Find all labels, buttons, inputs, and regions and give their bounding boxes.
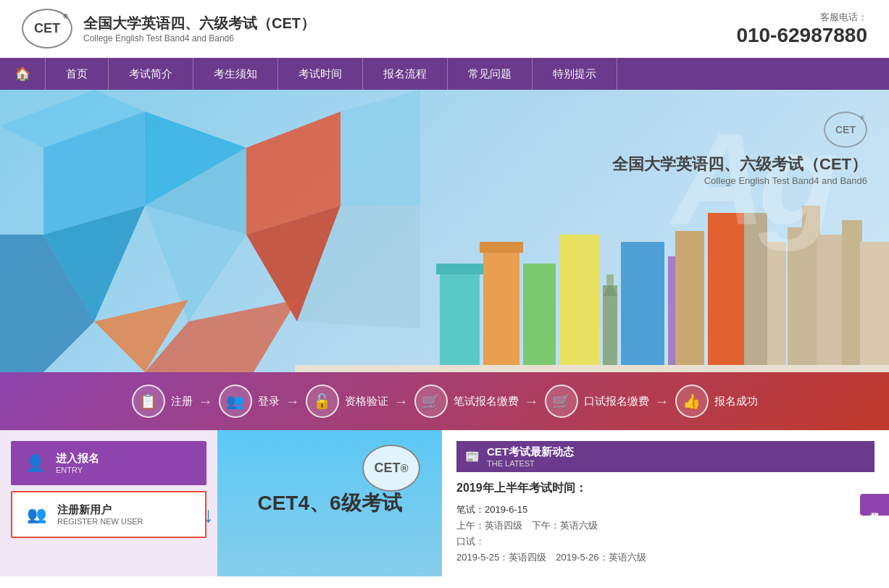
news-header: 📰 CET考试最新动态 THE LATEST [456,441,875,472]
step-oral-icon: 🛒 [545,385,578,418]
svg-rect-22 [483,249,519,372]
svg-rect-25 [559,235,599,372]
float-navigation-button[interactable]: 马上轻松导航 [860,494,889,516]
news-title: CET考试最新动态 [487,445,574,459]
nav-item-time[interactable]: 考试时间 [278,58,363,90]
step-written-label: 笔试报名缴费 [454,395,519,408]
step-success-label: 报名成功 [714,395,758,408]
step-login: 👥 登录 [219,385,280,418]
step-verify-icon: 🔓 [306,385,339,418]
news-line-1: 笔试：2019-6-15 [456,502,875,518]
svg-rect-23 [480,242,523,253]
arrow-1: → [199,393,213,410]
banner-title: 全国大学英语四、六级考试（CET） [612,154,867,175]
register-sub: REGISTER NEW USER [57,517,143,526]
step-login-icon: 👥 [219,385,252,418]
nav-item-notice[interactable]: 考生须知 [193,58,278,90]
arrow-3: → [394,393,409,410]
step-register-label: 注册 [171,395,193,408]
banner-cet-circle: CET® [824,112,867,148]
nav-item-tips[interactable]: 特别提示 [533,58,617,90]
left-panel: 👤 进入报名 ENTRY 👥 注册新用户 REGISTER NEW USER ↓ [0,430,217,576]
site-subtitle: College English Test Band4 and Band6 [83,33,315,43]
news-line-3: 口试： [456,534,875,550]
register-label: 注册新用户 [57,503,143,517]
svg-rect-20 [440,271,480,372]
svg-rect-19 [860,242,889,372]
step-written-icon: 🛒 [414,385,448,418]
step-written-pay: 🛒 笔试报名缴费 [414,385,519,418]
cet-logo: CET® [22,9,72,49]
step-register-icon: 📋 [132,385,165,418]
header-left: CET® 全国大学英语四、六级考试（CET） College English T… [22,9,315,49]
banner-subtitle: College English Test Band4 and Band6 [612,175,867,186]
step-verify-label: 资格验证 [345,395,388,408]
header-contact: 客服电话： 010-62987880 [736,11,867,47]
blue-arrow-indicator: ↓ [203,503,214,527]
right-panel: 📰 CET考试最新动态 THE LATEST 2019年上半年考试时间： 笔试：… [442,430,889,576]
svg-rect-24 [523,264,556,372]
step-success: 👍 报名成功 [675,385,758,418]
register-button[interactable]: 👥 注册新用户 REGISTER NEW USER [11,491,206,538]
navigation: 🏠 首页 考试简介 考生须知 考试时间 报名流程 常见问题 特别提示 [0,58,889,90]
nav-item-intro[interactable]: 考试简介 [109,58,193,90]
banner: Ag CET® 全国大学英语四、六级考试（CET） College Englis… [0,90,889,372]
arrow-5: → [655,393,669,410]
banner-cet-logo: CET® 全国大学英语四、六级考试（CET） College English T… [612,112,867,186]
svg-rect-29 [621,242,664,372]
svg-rect-26 [603,285,617,372]
news-exam-date-label: 笔试：2019-6-15 [456,504,527,515]
svg-rect-33 [295,365,889,372]
entry-label: 进入报名 [56,452,99,466]
header: CET® 全国大学英语四、六级考试（CET） College English T… [0,0,889,58]
middle-panel: CET® CET4、6级考试 [217,430,442,576]
news-line-4: 2019-5-25：英语四级 2019-5-26：英语六级 [456,550,875,566]
site-title: 全国大学英语四、六级考试（CET） [83,14,315,33]
entry-sub: ENTRY [56,466,99,474]
service-label: 客服电话： [736,11,867,24]
news-content-title: 2019年上半年考试时间： [456,481,875,496]
svg-rect-14 [766,242,786,372]
nav-item-process[interactable]: 报名流程 [363,58,448,90]
step-login-label: 登录 [258,395,280,408]
svg-rect-18 [842,220,862,372]
svg-rect-21 [436,264,483,274]
arrow-2: → [285,393,300,410]
middle-cet-text: CET4、6级考试 [257,490,401,517]
entry-icon: 👤 [25,454,45,473]
register-row: 👥 注册新用户 REGISTER NEW USER ↓ [11,491,206,538]
bottom-section: 👤 进入报名 ENTRY 👥 注册新用户 REGISTER NEW USER ↓… [0,430,889,576]
step-oral-pay: 🛒 口试报名缴费 [545,385,649,418]
nav-home-icon[interactable]: 🏠 [0,58,46,90]
nav-item-faq[interactable]: 常见问题 [448,58,533,90]
svg-rect-17 [817,235,842,372]
arrow-4: → [525,393,539,410]
steps-bar: 📋 注册 → 👥 登录 → 🔓 资格验证 → 🛒 笔试报名缴费 → 🛒 口试报名… [0,372,889,430]
news-content: 2019年上半年考试时间： 笔试：2019-6-15 上午：英语四级 下午：英语… [456,481,875,566]
step-success-icon: 👍 [675,385,709,418]
header-title: 全国大学英语四、六级考试（CET） College English Test B… [83,14,315,43]
middle-cet-logo: CET® [362,445,420,492]
news-subtitle: THE LATEST [487,459,574,468]
news-icon: 📰 [465,450,480,463]
step-register: 📋 注册 [132,385,193,418]
phone-number: 010-62987880 [736,24,867,47]
news-line-2: 上午：英语四级 下午：英语六级 [456,518,875,534]
svg-rect-28 [606,274,614,285]
step-oral-label: 口试报名缴费 [584,395,649,408]
register-icon: 👥 [27,505,46,524]
nav-item-home[interactable]: 首页 [46,58,109,90]
step-verify: 🔓 资格验证 [306,385,388,418]
entry-button[interactable]: 👤 进入报名 ENTRY [11,441,206,485]
